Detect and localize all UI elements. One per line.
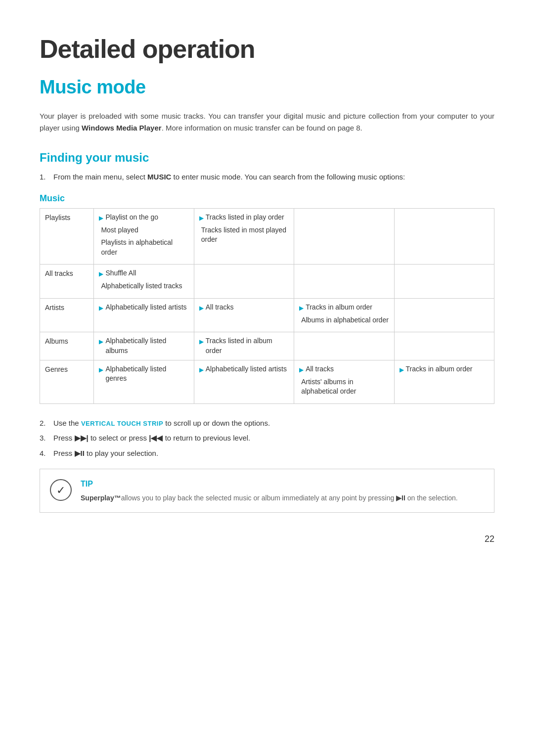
arrow-icon (99, 269, 103, 278)
albums-col1: Alphabetically listed albums (94, 332, 194, 360)
arrow-icon (99, 337, 103, 346)
music-table: Playlists Playlist on the go Most played… (40, 208, 494, 404)
alltracks-item-1: Shuffle All (99, 268, 188, 278)
category-artists: Artists (40, 298, 94, 332)
arrow-icon (99, 304, 103, 312)
step-1-text2: to enter music mode. You can search from… (171, 173, 405, 181)
playlists-item-1: Playlist on the go (99, 213, 188, 222)
tip-end-text: on the selection. (405, 494, 458, 502)
playlists-col1: Playlist on the go Most played Playlists… (94, 208, 194, 265)
table-row-playlists: Playlists Playlist on the go Most played… (40, 208, 494, 265)
artists-col4 (394, 298, 494, 332)
table-row-artists: Artists Alphabetically listed artists Al… (40, 298, 494, 332)
play-button: ▶II (75, 449, 85, 457)
play-btn-tip: ▶II (396, 494, 405, 502)
genres-col2-item-1-text: Alphabetically listed artists (206, 364, 287, 374)
forward-button: ▶▶| (75, 434, 89, 442)
main-title: Detailed operation (40, 30, 494, 68)
tip-body-text: allows you to play back the selected mus… (121, 494, 396, 502)
arrow-icon (199, 214, 204, 222)
intro-paragraph: Your player is preloaded with some music… (40, 110, 494, 134)
table-row-albums: Albums Alphabetically listed albums Trac… (40, 332, 494, 360)
arrow-icon (199, 337, 204, 346)
genres-col4-item-1: Tracks in album order (400, 364, 489, 374)
artists-col3-item-2: Albums in alphabetical order (299, 315, 389, 325)
arrow-icon (299, 365, 304, 374)
steps-below: 2. Use the VERTICAL TOUCH STRIP to scrol… (40, 418, 494, 459)
vertical-touch-strip-label: VERTICAL TOUCH STRIP (81, 420, 163, 427)
arrow-icon (299, 304, 304, 312)
tip-box: ✓ TIP Superplay™allows you to play back … (40, 469, 494, 513)
tip-title: TIP (81, 478, 484, 490)
playlists-item-1-text: Playlist on the go (105, 213, 158, 222)
artists-col3-item-1-text: Tracks in album order (306, 303, 372, 312)
arrow-icon (99, 365, 103, 374)
finding-title: Finding your music (40, 149, 494, 167)
artists-item-1: Alphabetically listed artists (99, 303, 188, 312)
step-1-bold: MUSIC (147, 173, 171, 181)
arrow-icon (400, 365, 404, 374)
step-3: 3. Press ▶▶| to select or press |◀◀ to r… (40, 433, 494, 444)
artists-col3-item-1: Tracks in album order (299, 303, 389, 312)
playlists-item-3: Playlists in alphabetical order (99, 238, 188, 257)
artists-col2-item-1: All tracks (199, 303, 289, 312)
artists-item-1-text: Alphabetically listed artists (105, 303, 186, 312)
section-title: Music mode (40, 73, 494, 101)
step-4-num: 4. (40, 448, 46, 459)
genres-col4: Tracks in album order (394, 360, 494, 403)
genres-col2: Alphabetically listed artists (194, 360, 294, 403)
genres-col4-item-1-text: Tracks in album order (406, 364, 473, 374)
alltracks-item-2: Alphabetically listed tracks (99, 281, 188, 291)
playlists-col3 (294, 208, 394, 265)
genres-item-1-text: Alphabetically listed genres (105, 364, 188, 384)
genres-col1: Alphabetically listed genres (94, 360, 194, 403)
tip-text: Superplay™allows you to play back the se… (81, 493, 484, 503)
category-genres: Genres (40, 360, 94, 403)
back-button: |◀◀ (149, 434, 163, 442)
albums-col2-item-1: Tracks listed in album order (199, 336, 289, 356)
playlists-col2-item-2: Tracks listed in most played order (199, 225, 289, 245)
superplay-brand: Superplay™ (81, 494, 121, 502)
albums-col4 (394, 332, 494, 360)
alltracks-col3 (294, 265, 394, 299)
genres-col3-item-2: Artists' albums in alphabetical order (299, 377, 389, 397)
playlists-col2-item-1-text: Tracks listed in play order (206, 213, 284, 222)
genres-item-1: Alphabetically listed genres (99, 364, 188, 384)
alltracks-col4 (394, 265, 494, 299)
artists-col1: Alphabetically listed artists (94, 298, 194, 332)
artists-col3: Tracks in album order Albums in alphabet… (294, 298, 394, 332)
alltracks-col1: Shuffle All Alphabetically listed tracks (94, 265, 194, 299)
alltracks-item-1-text: Shuffle All (105, 268, 136, 278)
tip-check-icon: ✓ (50, 479, 72, 501)
playlists-col2-item-1: Tracks listed in play order (199, 213, 289, 222)
music-label: Music (40, 192, 494, 205)
albums-col2: Tracks listed in album order (194, 332, 294, 360)
table-row-alltracks: All tracks Shuffle All Alphabetically li… (40, 265, 494, 299)
artists-col2: All tracks (194, 298, 294, 332)
arrow-icon (99, 214, 103, 222)
albums-col3 (294, 332, 394, 360)
step-2: 2. Use the VERTICAL TOUCH STRIP to scrol… (40, 418, 494, 429)
arrow-icon (199, 304, 204, 312)
page-number: 22 (40, 533, 494, 546)
albums-item-1: Alphabetically listed albums (99, 336, 188, 356)
table-row-genres: Genres Alphabetically listed genres Alph… (40, 360, 494, 403)
playlists-col4 (394, 208, 494, 265)
albums-item-1-text: Alphabetically listed albums (105, 336, 188, 356)
step-3-num: 3. (40, 433, 46, 444)
category-albums: Albums (40, 332, 94, 360)
genres-col3-item-1: All tracks (299, 364, 389, 374)
arrow-icon (199, 365, 204, 374)
playlists-col2: Tracks listed in play order Tracks liste… (194, 208, 294, 265)
step-1-num: 1. (40, 172, 46, 183)
artists-col2-item-1-text: All tracks (206, 303, 234, 312)
genres-col3-item-1-text: All tracks (306, 364, 334, 374)
finding-section: Finding your music 1. From the main menu… (40, 149, 494, 513)
check-symbol: ✓ (56, 482, 65, 498)
intro-bold: Windows Media Player (82, 124, 162, 132)
intro-text2: . More information on music transfer can… (162, 124, 362, 132)
step-list-intro: 1. From the main menu, select MUSIC to e… (40, 172, 494, 183)
alltracks-col2 (194, 265, 294, 299)
step-2-num: 2. (40, 418, 46, 429)
genres-col3: All tracks Artists' albums in alphabetic… (294, 360, 394, 403)
